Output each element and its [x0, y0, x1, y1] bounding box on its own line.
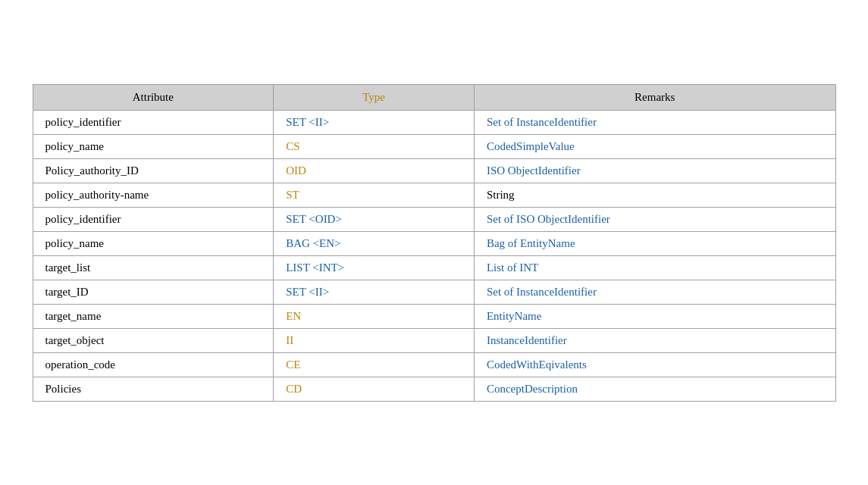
table-row: target_IDSET <II>Set of InstanceIdentifi… — [33, 280, 835, 304]
cell-attribute: target_name — [33, 304, 274, 328]
table-row: operation_codeCECodedWithEqivalents — [33, 352, 835, 377]
data-table: Attribute Type Remarks policy_identifier… — [33, 84, 836, 402]
cell-type: ST — [274, 183, 475, 207]
cell-attribute: target_list — [33, 255, 274, 280]
cell-type: CS — [274, 134, 475, 158]
cell-remarks: InstanceIdentifier — [474, 328, 835, 352]
cell-remarks: EntityName — [474, 304, 835, 328]
table-header-row: Attribute Type Remarks — [33, 84, 835, 110]
header-type: Type — [274, 84, 475, 110]
cell-remarks: Bag of EntityName — [474, 231, 835, 255]
cell-remarks: ConceptDescription — [474, 377, 835, 401]
table-row: policy_authority-nameSTString — [33, 183, 835, 207]
cell-type: SET <OID> — [274, 207, 475, 231]
cell-type: SET <II> — [274, 110, 475, 134]
cell-type: OID — [274, 158, 475, 183]
cell-remarks: Set of ISO ObjectIdentifier — [474, 207, 835, 231]
header-remarks: Remarks — [474, 84, 835, 110]
cell-attribute: operation_code — [33, 352, 274, 377]
cell-remarks: String — [474, 183, 835, 207]
cell-attribute: policy_name — [33, 134, 274, 158]
cell-attribute: policy_authority-name — [33, 183, 274, 207]
table-row: PoliciesCDConceptDescription — [33, 377, 835, 401]
cell-remarks: CodedSimpleValue — [474, 134, 835, 158]
cell-remarks: ISO ObjectIdentifier — [474, 158, 835, 183]
table-row: policy_nameCSCodedSimpleValue — [33, 134, 835, 158]
table-container: Attribute Type Remarks policy_identifier… — [33, 84, 836, 402]
cell-attribute: target_object — [33, 328, 274, 352]
cell-type: LIST <INT> — [274, 255, 475, 280]
cell-remarks: Set of InstanceIdentifier — [474, 280, 835, 304]
header-attribute: Attribute — [33, 84, 274, 110]
cell-attribute: Policies — [33, 377, 274, 401]
cell-type: SET <II> — [274, 280, 475, 304]
cell-type: EN — [274, 304, 475, 328]
cell-remarks: List of INT — [474, 255, 835, 280]
cell-type: CE — [274, 352, 475, 377]
cell-attribute: policy_name — [33, 231, 274, 255]
table-row: policy_identifierSET <OID>Set of ISO Obj… — [33, 207, 835, 231]
cell-remarks: Set of InstanceIdentifier — [474, 110, 835, 134]
cell-attribute: Policy_authority_ID — [33, 158, 274, 183]
cell-attribute: policy_identifier — [33, 110, 274, 134]
cell-remarks: CodedWithEqivalents — [474, 352, 835, 377]
table-row: target_objectIIInstanceIdentifier — [33, 328, 835, 352]
cell-attribute: target_ID — [33, 280, 274, 304]
table-row: Policy_authority_IDOIDISO ObjectIdentifi… — [33, 158, 835, 183]
table-row: policy_nameBAG <EN>Bag of EntityName — [33, 231, 835, 255]
cell-attribute: policy_identifier — [33, 207, 274, 231]
cell-type: BAG <EN> — [274, 231, 475, 255]
table-row: policy_identifierSET <II>Set of Instance… — [33, 110, 835, 134]
cell-type: II — [274, 328, 475, 352]
cell-type: CD — [274, 377, 475, 401]
table-row: target_listLIST <INT>List of INT — [33, 255, 835, 280]
table-row: target_nameENEntityName — [33, 304, 835, 328]
